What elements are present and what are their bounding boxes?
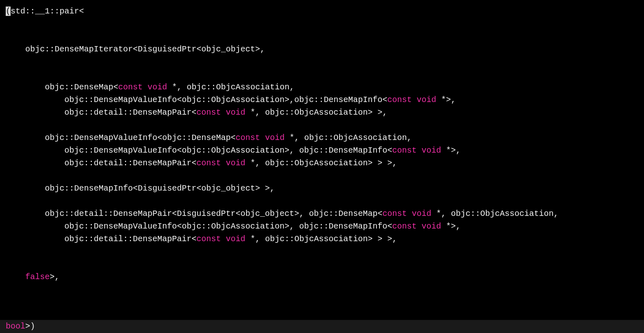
code-line: objc::DenseMapIterator<DisguisedPtr<objc… <box>6 44 265 54</box>
code-line: objc::DenseMapValueInfo<objc::ObjcAssoci… <box>6 95 456 104</box>
code-line: objc::DenseMapValueInfo<objc::DenseMap<c… <box>6 133 412 142</box>
code-line: (std::__1::pair< <box>6 7 84 16</box>
code-line: objc::detail::DenseMapPair<DisguisedPtr<… <box>6 209 558 218</box>
code-line: objc::detail::DenseMapPair<const void *,… <box>6 108 387 117</box>
code-editor[interactable]: (std::__1::pair< objc::DenseMapIterator<… <box>0 0 644 307</box>
cursor: ( <box>6 7 11 16</box>
code-line: objc::detail::DenseMapPair<const void *,… <box>6 234 397 244</box>
code-line: objc::DenseMapInfo<DisguisedPtr<objc_obj… <box>6 184 275 193</box>
code-line: false>, <box>6 272 60 282</box>
code-line: objc::DenseMapValueInfo<objc::ObjcAssoci… <box>6 146 461 155</box>
code-line: objc::detail::DenseMapPair<const void *,… <box>6 158 397 168</box>
status-bar: bool>) <box>0 320 644 333</box>
status-keyword: bool <box>6 322 25 331</box>
status-rest: >) <box>25 322 35 331</box>
code-line: objc::DenseMap<const void *, objc::ObjcA… <box>6 82 294 92</box>
code-line: objc::DenseMapValueInfo<objc::ObjcAssoci… <box>6 222 461 231</box>
